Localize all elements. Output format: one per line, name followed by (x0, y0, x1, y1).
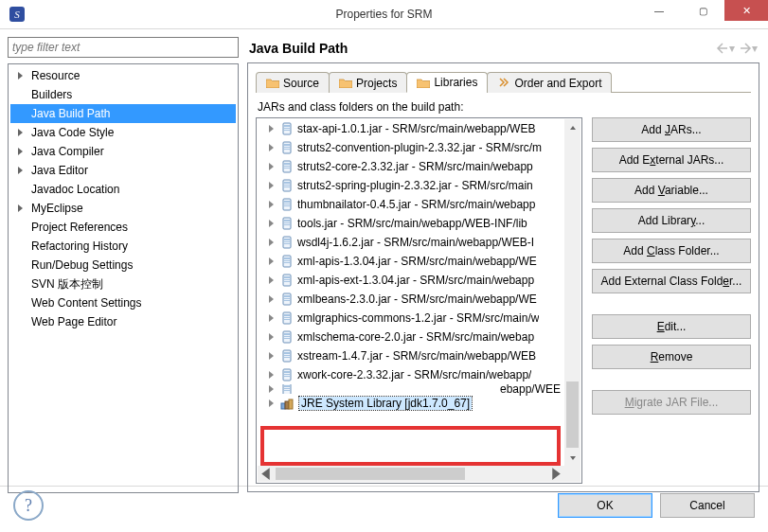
sidebar-item-myeclipse[interactable]: MyEclipse (10, 199, 236, 218)
scroll-up-button[interactable] (564, 119, 580, 135)
add-library-button[interactable]: Add Library... (592, 208, 751, 233)
jar-row[interactable]: tools.jar - SRM/src/main/webapp/WEB-INF/… (258, 214, 580, 233)
svg-rect-34 (284, 279, 290, 280)
jar-row[interactable]: struts2-convention-plugin-2.3.32.jar - S… (258, 138, 580, 157)
scroll-down-button[interactable] (564, 450, 580, 466)
jar-row[interactable]: xwork-core-2.3.32.jar - SRM/src/main/web… (258, 365, 580, 384)
add-external-jars-button[interactable]: Add External JARs... (592, 148, 751, 172)
cancel-button[interactable]: Cancel (660, 493, 755, 518)
sidebar-item-java-editor[interactable]: Java Editor (10, 161, 236, 180)
svg-rect-37 (284, 295, 290, 297)
scroll-thumb[interactable] (566, 381, 579, 448)
jar-list[interactable]: stax-api-1.0.1.jar - SRM/src/main/webapp… (256, 117, 582, 484)
jar-row[interactable]: xebapp/WEE (258, 384, 580, 394)
jar-row[interactable]: struts2-core-2.3.32.jar - SRM/src/main/w… (258, 157, 580, 176)
expand-arrow-icon[interactable] (267, 370, 277, 380)
svg-rect-18 (284, 204, 290, 204)
maximize-button[interactable]: ▢ (681, 0, 724, 21)
ok-button[interactable]: OK (558, 493, 652, 518)
titlebar: S Properties for SRM — ▢ ✕ (0, 0, 768, 29)
edit-button[interactable]: Edit... (592, 314, 751, 339)
tab-order-and-export[interactable]: Order and Export (487, 72, 612, 93)
main-panel: Java Build Path ▾ ▾ SourceProjectsLibrar… (246, 37, 760, 493)
expand-arrow-icon[interactable] (267, 124, 277, 133)
expand-arrow-icon[interactable] (267, 238, 277, 247)
jar-label: xmlgraphics-commons-1.2.jar - SRM/src/ma… (297, 311, 539, 325)
tab-label: Source (283, 77, 319, 90)
help-icon[interactable]: ? (13, 490, 44, 521)
svg-rect-61 (285, 401, 289, 409)
jar-row[interactable]: wsdl4j-1.6.2.jar - SRM/src/main/webapp/W… (258, 233, 580, 252)
expand-arrow-icon[interactable] (267, 200, 277, 209)
remove-button[interactable]: Remove (592, 345, 751, 369)
forward-button[interactable]: ▾ (737, 40, 759, 57)
svg-rect-11 (284, 168, 290, 168)
sidebar-item-web-page-editor[interactable]: Web Page Editor (10, 312, 236, 331)
add-jars-button[interactable]: Add JARs... (592, 117, 751, 142)
sidebar-item-project-references[interactable]: Project References (10, 218, 236, 237)
sidebar-item-run-debug-settings[interactable]: Run/Debug Settings (10, 256, 236, 275)
jar-row[interactable]: struts2-spring-plugin-2.3.32.jar - SRM/s… (258, 176, 580, 195)
sidebar-item-svn-[interactable]: SVN 版本控制 (10, 275, 236, 293)
svg-rect-30 (284, 260, 290, 261)
jar-row[interactable]: stax-api-1.0.1.jar - SRM/src/main/webapp… (258, 119, 580, 138)
sidebar-item-web-content-settings[interactable]: Web Content Settings (10, 293, 236, 312)
jar-row[interactable]: xml-apis-1.3.04.jar - SRM/src/main/webap… (258, 252, 580, 271)
jar-row[interactable]: xstream-1.4.7.jar - SRM/src/main/webapp/… (258, 346, 580, 365)
expand-arrow-icon[interactable] (267, 219, 277, 228)
jar-row[interactable]: thumbnailator-0.4.5.jar - SRM/src/main/w… (258, 195, 580, 214)
sidebar-item-javadoc-location[interactable]: Javadoc Location (10, 180, 236, 199)
add-class-folder-button[interactable]: Add Class Folder... (592, 239, 751, 263)
sidebar-item-builders[interactable]: Builders (10, 85, 236, 104)
jar-label: thumbnailator-0.4.5.jar - SRM/src/main/w… (297, 198, 535, 211)
expand-arrow-icon[interactable] (267, 313, 277, 323)
svg-rect-23 (284, 224, 290, 225)
svg-rect-43 (284, 319, 290, 320)
sidebar-item-refactoring-history[interactable]: Refactoring History (10, 237, 236, 256)
sidebar-item-java-code-style[interactable]: Java Code Style (10, 123, 236, 142)
jar-row[interactable]: xml-apis-ext-1.3.04.jar - SRM/src/main/w… (258, 271, 580, 290)
svg-rect-38 (284, 298, 290, 299)
jar-label: xml-apis-ext-1.3.04.jar - SRM/src/main/w… (297, 274, 534, 287)
jar-row[interactable]: xmlschema-core-2.0.jar - SRM/src/main/we… (258, 328, 580, 346)
scroll-left-button[interactable] (258, 466, 274, 482)
expand-arrow-icon[interactable] (267, 181, 277, 190)
jar-label: tools.jar - SRM/src/main/webapp/WEB-INF/… (297, 217, 527, 230)
expand-arrow-icon[interactable] (267, 257, 277, 266)
expand-arrow-icon[interactable] (267, 162, 277, 171)
jre-library-row[interactable]: JRE System Library [jdk1.7.0_67] (258, 394, 580, 413)
expand-arrow-icon[interactable] (267, 351, 277, 361)
migrate-jar-button: Migrate JAR File... (592, 390, 751, 415)
filter-input[interactable] (8, 37, 239, 58)
expand-arrow-icon[interactable] (267, 143, 277, 152)
add-external-class-folder-button[interactable]: Add External Class Folder... (592, 269, 751, 293)
jar-row[interactable]: xmlbeans-2.3.0.jar - SRM/src/main/webapp… (258, 290, 580, 309)
tab-source[interactable]: Source (256, 72, 330, 93)
close-button[interactable]: ✕ (724, 0, 768, 21)
sidebar-item-java-build-path[interactable]: Java Build Path (10, 104, 236, 123)
tab-libraries[interactable]: Libraries (406, 72, 488, 93)
svg-rect-47 (284, 338, 290, 339)
add-variable-button[interactable]: Add Variable... (592, 178, 751, 203)
expand-arrow-icon[interactable] (267, 294, 277, 304)
svg-rect-25 (284, 239, 290, 240)
category-tree[interactable]: ResourceBuildersJava Build PathJava Code… (8, 63, 239, 493)
svg-rect-6 (284, 147, 290, 148)
svg-rect-14 (284, 185, 290, 186)
sidebar-item-resource[interactable]: Resource (10, 66, 236, 85)
hscroll-thumb[interactable] (276, 468, 465, 480)
back-button[interactable]: ▾ (714, 40, 737, 57)
vertical-scrollbar[interactable] (564, 119, 580, 466)
horizontal-scrollbar[interactable] (258, 466, 564, 482)
expand-arrow-icon[interactable] (267, 275, 277, 285)
expand-arrow-icon[interactable] (267, 332, 277, 342)
tab-projects[interactable]: Projects (329, 72, 407, 93)
jar-row[interactable]: xmlgraphics-commons-1.2.jar - SRM/src/ma… (258, 309, 580, 328)
sidebar-item-java-compiler[interactable]: Java Compiler (10, 142, 236, 161)
expand-arrow-icon[interactable] (267, 384, 277, 394)
minimize-button[interactable]: — (637, 0, 681, 21)
expand-arrow-icon[interactable] (267, 399, 277, 408)
scroll-right-button[interactable] (548, 466, 564, 482)
jar-label: struts2-core-2.3.32.jar - SRM/src/main/w… (297, 160, 533, 173)
jar-label: xwork-core-2.3.32.jar - SRM/src/main/web… (297, 368, 531, 381)
